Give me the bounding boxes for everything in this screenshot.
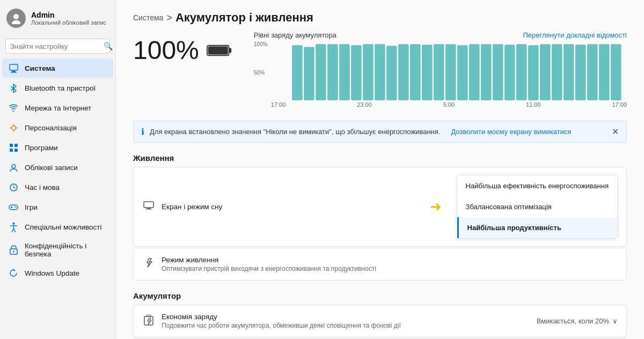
sidebar-item-gaming[interactable]: Ігри	[2, 197, 113, 217]
svg-rect-42	[375, 44, 385, 100]
close-icon[interactable]: ✕	[612, 127, 619, 137]
svg-rect-35	[292, 45, 303, 100]
svg-rect-39	[339, 44, 350, 100]
screen-sleep-title: Екран і режим сну	[162, 203, 423, 211]
main-content: Система > Акумулятор і живлення 100% Рів…	[116, 0, 644, 339]
sidebar-item-update[interactable]: Windows Update	[2, 263, 113, 283]
profile-sub: Локальний обліковий запис	[31, 19, 106, 26]
svg-point-0	[13, 14, 19, 19]
breadcrumb-parent: Система	[133, 13, 163, 22]
svg-rect-37	[316, 44, 326, 100]
sidebar-item-system[interactable]: Система	[2, 58, 113, 78]
sidebar-item-network[interactable]: Мережа та Інтернет	[2, 98, 113, 117]
sidebar-item-time[interactable]: Час і мова	[2, 178, 113, 197]
sidebar-item-gaming-label: Ігри	[25, 203, 38, 211]
chevron-down-icon: ∨	[612, 317, 618, 325]
sidebar-item-personalization[interactable]: Персоналізація	[2, 118, 113, 137]
svg-rect-38	[327, 44, 338, 100]
chart-label-2: 5:00	[443, 101, 455, 108]
sidebar-item-update-label: Windows Update	[25, 269, 79, 277]
sidebar-item-accounts[interactable]: Облікові записи	[2, 158, 113, 177]
svg-rect-49	[457, 45, 468, 100]
svg-rect-14	[14, 149, 18, 152]
svg-rect-51	[481, 44, 492, 100]
svg-rect-41	[363, 44, 374, 100]
power-option-balanced[interactable]: Збалансована оптимізація	[457, 196, 617, 217]
svg-rect-53	[504, 45, 515, 100]
power-option-performance[interactable]: Найбільша продуктивність	[457, 217, 617, 238]
svg-rect-13	[10, 149, 13, 152]
breadcrumb: Система > Акумулятор і живлення	[133, 11, 627, 25]
svg-rect-57	[552, 44, 562, 100]
svg-rect-61	[599, 44, 610, 100]
battery-percent: 100%	[133, 35, 199, 65]
svg-point-5	[13, 110, 14, 112]
info-text: Для екрана встановлено значення "Ніколи …	[150, 128, 440, 136]
sidebar-item-network-label: Мережа та Інтернет	[25, 104, 91, 112]
system-icon	[9, 63, 18, 73]
chart-wrapper: 100% 50% 17:00 23:00 5:00 11:00 17:00	[254, 41, 627, 111]
svg-point-15	[12, 164, 16, 168]
power-mode-title: Режим живлення	[162, 256, 618, 264]
svg-rect-58	[564, 44, 574, 100]
battery-icon	[207, 43, 232, 58]
svg-rect-62	[611, 44, 621, 100]
sidebar-item-accessibility[interactable]: Спеціальні можливості	[2, 217, 113, 237]
bluetooth-icon	[9, 83, 18, 93]
battery-saver-icon	[142, 314, 155, 328]
chart-x-labels: 17:00 23:00 5:00 11:00 17:00	[254, 101, 627, 108]
svg-point-23	[16, 207, 17, 208]
network-icon	[9, 103, 18, 113]
arrow-right-icon: ➜	[430, 198, 442, 215]
chart-y-mid: 50%	[254, 70, 268, 76]
svg-rect-19	[9, 205, 18, 210]
power-mode-inner[interactable]: Режим живлення Оптимізувати пристрій вих…	[134, 248, 626, 280]
screen-sleep-row: Екран і режим сну ➜ Найбільша ефективніс…	[133, 167, 627, 247]
svg-rect-64	[147, 208, 151, 209]
update-icon	[9, 268, 18, 278]
nav-list: Система Bluetooth та пристрої Мережа та …	[0, 58, 115, 339]
battery-display: 100%	[133, 35, 232, 65]
svg-rect-63	[144, 202, 153, 208]
power-option-efficient[interactable]: Найбільша ефективність енергоспоживання	[457, 175, 617, 196]
sidebar-item-bluetooth[interactable]: Bluetooth та пристрої	[2, 78, 113, 98]
chart-svg	[254, 41, 627, 100]
sidebar-item-privacy[interactable]: Конфіденційність і безпека	[2, 237, 113, 263]
sidebar-item-personalization-label: Персоналізація	[25, 124, 77, 132]
chart-header: Рівні заряду акумулятора Переглянути док…	[254, 31, 627, 39]
power-mode-dropdown: Найбільша ефективність енергоспоживання …	[457, 175, 618, 239]
svg-rect-60	[587, 44, 598, 100]
battery-section: Акумулятор Економія заряду Подовжити час…	[133, 291, 627, 339]
apps-icon	[9, 143, 18, 152]
privacy-icon	[9, 245, 18, 255]
svg-rect-67	[147, 315, 151, 316]
battery-saver-inner[interactable]: Економія заряду Подовжити час роботи аку…	[134, 305, 626, 337]
svg-rect-2	[10, 64, 18, 70]
svg-rect-43	[386, 46, 397, 100]
sidebar-item-apps[interactable]: Програми	[2, 138, 113, 157]
svg-rect-59	[575, 45, 586, 100]
svg-line-18	[13, 187, 15, 188]
personalization-icon	[9, 123, 18, 132]
svg-rect-44	[398, 44, 409, 100]
svg-rect-46	[422, 45, 433, 100]
search-input[interactable]	[10, 42, 100, 50]
svg-rect-4	[11, 72, 17, 73]
svg-point-1	[12, 20, 20, 24]
info-link[interactable]: Дозволити моєму екрану вимикатися	[451, 128, 571, 136]
sidebar-item-system-label: Система	[25, 64, 55, 72]
chart-y-top: 100%	[254, 41, 268, 47]
svg-rect-52	[493, 44, 503, 100]
svg-marker-31	[13, 269, 16, 271]
svg-point-24	[12, 222, 14, 224]
svg-rect-54	[516, 44, 527, 100]
screen-sleep-inner[interactable]: Екран і режим сну ➜ Найбільша ефективніс…	[134, 167, 626, 246]
svg-line-27	[12, 229, 14, 232]
svg-rect-56	[540, 44, 551, 100]
search-box[interactable]: 🔍	[5, 39, 110, 54]
svg-rect-11	[10, 144, 13, 147]
sidebar-item-privacy-label: Конфіденційність і безпека	[25, 242, 107, 258]
screen-icon	[142, 201, 155, 212]
chart-details-link[interactable]: Переглянути докладні відомості	[523, 31, 627, 39]
svg-rect-45	[410, 44, 421, 100]
